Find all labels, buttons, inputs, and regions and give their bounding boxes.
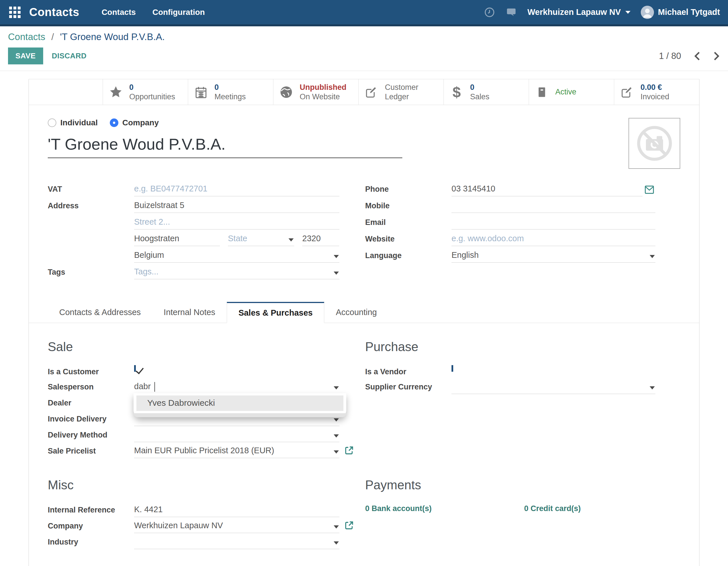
- purchase-section: Purchase Is a Vendor Supplier Currency: [365, 323, 655, 461]
- external-link-icon[interactable]: [344, 520, 354, 531]
- radio-individual[interactable]: [48, 118, 56, 127]
- company-value[interactable]: Werkhuizen Lapauw NV: [134, 520, 339, 533]
- phone-label: Phone: [365, 183, 451, 196]
- mobile-label: Mobile: [365, 200, 451, 213]
- tab-accounting[interactable]: Accounting: [324, 302, 388, 323]
- internal-reference-label: Internal Reference: [48, 504, 134, 517]
- internal-reference-input[interactable]: [134, 504, 339, 517]
- chevron-down-icon[interactable]: [334, 541, 339, 545]
- save-button[interactable]: SAVE: [8, 47, 43, 64]
- calendar-icon: [193, 86, 209, 99]
- stat-meetings-button[interactable]: 0Meetings: [188, 79, 273, 105]
- is-customer-checkbox[interactable]: [134, 365, 136, 372]
- stat-customer-ledger-button[interactable]: CustomerLedger: [358, 79, 443, 105]
- sales-label: Sales: [470, 92, 490, 102]
- state-select[interactable]: [228, 233, 294, 246]
- company-switcher[interactable]: Werkhuizen Lapauw NV: [527, 7, 630, 17]
- language-select[interactable]: [451, 250, 655, 262]
- salesperson-input[interactable]: [134, 381, 339, 394]
- breadcrumb-contacts[interactable]: Contacts: [8, 31, 45, 42]
- dropdown-option-yves-dabrowiecki[interactable]: Yves Dabrowiecki: [136, 396, 343, 411]
- navbar-right: Werkhuizen Lapauw NV Michael Tytgadt: [484, 6, 720, 19]
- country-select[interactable]: [134, 250, 339, 262]
- chevron-down-icon[interactable]: [334, 450, 339, 454]
- contact-image-placeholder[interactable]: [628, 118, 680, 169]
- avatar: [641, 6, 654, 19]
- sale-pricelist-value[interactable]: Main EUR Public Pricelist 2018 (EUR): [134, 445, 339, 458]
- company-label: Company: [48, 520, 134, 533]
- stat-website-button[interactable]: UnpublishedOn Website: [273, 79, 358, 105]
- tab-contacts-addresses[interactable]: Contacts & Addresses: [48, 302, 152, 323]
- street-input[interactable]: [134, 200, 339, 212]
- is-vendor-checkbox[interactable]: [451, 365, 453, 372]
- sms-envelope-icon[interactable]: [643, 183, 655, 195]
- website-label: On Website: [300, 92, 347, 102]
- activities-clock-icon[interactable]: [484, 7, 495, 18]
- form-sheet: 0Opportunities 0Meetings UnpublishedOn W…: [29, 79, 699, 566]
- payments-title: Payments: [365, 478, 655, 492]
- zip-input[interactable]: [302, 233, 339, 246]
- camera-slash-icon: [633, 122, 676, 165]
- radio-company[interactable]: [110, 118, 118, 127]
- phone-input[interactable]: [451, 183, 643, 196]
- chevron-down-icon[interactable]: [334, 418, 339, 422]
- delivery-method-select[interactable]: [134, 429, 339, 442]
- mobile-input[interactable]: [451, 200, 655, 212]
- stat-opportunities-button[interactable]: 0Opportunities: [103, 79, 188, 105]
- meetings-count: 0: [214, 83, 246, 92]
- industry-select[interactable]: [134, 536, 339, 549]
- customer-ledger-line1: Customer: [385, 83, 418, 92]
- chevron-down-icon[interactable]: [650, 255, 655, 258]
- tab-sales-purchases[interactable]: Sales & Purchases: [227, 302, 325, 323]
- stat-invoiced-button[interactable]: 0.00 €Invoiced: [614, 79, 699, 105]
- stat-sales-button[interactable]: $ 0Sales: [443, 79, 529, 105]
- radio-individual-label[interactable]: Individual: [60, 118, 98, 127]
- tags-input[interactable]: [134, 266, 339, 279]
- salesperson-label: Salesperson: [48, 381, 134, 394]
- city-input[interactable]: [134, 233, 220, 246]
- chevron-down-icon[interactable]: [289, 238, 294, 241]
- vat-input[interactable]: [134, 183, 339, 196]
- supplier-currency-select[interactable]: [451, 381, 655, 394]
- company-name: Werkhuizen Lapauw NV: [527, 7, 621, 17]
- email-input[interactable]: [451, 216, 655, 229]
- chevron-down-icon[interactable]: [334, 525, 339, 529]
- text-cursor: [154, 382, 155, 392]
- user-menu[interactable]: Michael Tytgadt: [641, 6, 720, 19]
- star-icon: [108, 85, 124, 99]
- contact-name-input[interactable]: [48, 135, 402, 158]
- contact-fields: VAT Address: [29, 183, 699, 283]
- apps-menu-icon[interactable]: [8, 5, 22, 19]
- stat-button-bar: 0Opportunities 0Meetings UnpublishedOn W…: [29, 79, 699, 105]
- notebook-tabs: Contacts & Addresses Internal Notes Sale…: [29, 302, 699, 323]
- chevron-down-icon[interactable]: [334, 271, 339, 275]
- pager-count: 1 / 80: [659, 51, 681, 61]
- tab-internal-notes[interactable]: Internal Notes: [152, 302, 227, 323]
- chevron-down-icon: [625, 11, 630, 14]
- opportunities-label: Opportunities: [129, 92, 175, 102]
- chevron-down-icon[interactable]: [650, 386, 655, 390]
- is-customer-label: Is a Customer: [48, 366, 134, 378]
- website-input[interactable]: [451, 233, 655, 246]
- stat-active-button[interactable]: Active: [529, 79, 614, 105]
- street2-input[interactable]: [134, 216, 339, 229]
- discard-button[interactable]: DISCARD: [52, 51, 87, 60]
- radio-company-label[interactable]: Company: [122, 118, 159, 127]
- tags-label: Tags: [48, 266, 134, 279]
- menu-contacts[interactable]: Contacts: [102, 8, 136, 17]
- chevron-down-icon[interactable]: [334, 386, 339, 390]
- pager-previous-icon[interactable]: [694, 51, 701, 61]
- bank-accounts-link[interactable]: 0 Bank account(s): [365, 504, 524, 513]
- credit-cards-link[interactable]: 0 Credit card(s): [524, 504, 581, 513]
- menu-configuration[interactable]: Configuration: [152, 8, 205, 17]
- pager-next-icon[interactable]: [713, 51, 720, 61]
- external-link-icon[interactable]: [344, 445, 354, 456]
- sales-purchases-tab-content: Sale Is a Customer Salesperson Yves Dabr…: [29, 323, 699, 461]
- chevron-down-icon[interactable]: [334, 434, 339, 438]
- company-type-radio-group: Individual Company: [48, 118, 680, 127]
- chevron-down-icon[interactable]: [334, 255, 339, 258]
- edit-icon: [364, 86, 379, 99]
- messages-chat-icon[interactable]: [506, 7, 517, 18]
- app-title[interactable]: Contacts: [29, 6, 79, 19]
- user-name: Michael Tytgadt: [658, 7, 720, 17]
